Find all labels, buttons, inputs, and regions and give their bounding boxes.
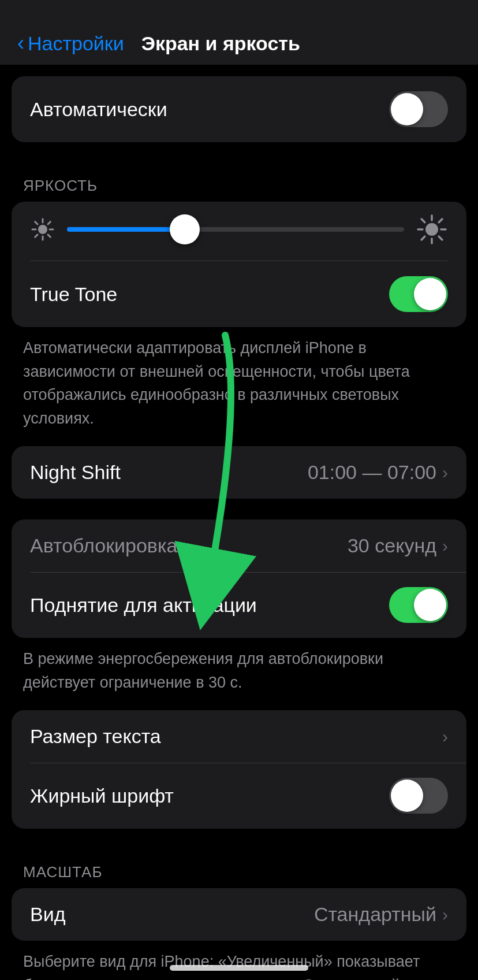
night-shift-row[interactable]: Night Shift 01:00 — 07:00 › [12, 446, 466, 499]
scale-section-label: МАСШТАБ [0, 849, 478, 888]
auto-lock-row[interactable]: Автоблокировка 30 секунд › [12, 519, 466, 572]
night-shift-value: 01:00 — 07:00 [308, 461, 436, 484]
auto-lock-value: 30 секунд [348, 534, 436, 557]
toggle-knob [414, 589, 446, 621]
auto-section-card: Автоматически [12, 76, 466, 142]
svg-point-9 [425, 223, 438, 236]
back-label: Настройки [28, 32, 124, 55]
chevron-right-icon: › [442, 463, 448, 482]
sun-small-icon [30, 217, 55, 242]
true-tone-footnote: Автоматически адаптировать дисплей iPhon… [0, 327, 478, 446]
chevron-right-icon: › [442, 905, 448, 925]
svg-line-8 [35, 235, 38, 237]
view-value: Стандартный [314, 903, 436, 926]
back-button[interactable]: ‹ Настройки [17, 31, 124, 55]
brightness-slider-row [12, 202, 466, 261]
home-indicator [170, 965, 308, 971]
slider-fill [67, 227, 185, 232]
view-value-group: Стандартный › [314, 903, 448, 926]
chevron-right-icon: › [442, 727, 448, 747]
svg-line-15 [439, 236, 442, 240]
toggle-knob [391, 779, 423, 812]
text-section-card: Размер текста › Жирный шрифт [12, 710, 466, 829]
brightness-section-label: ЯРКОСТЬ [0, 163, 478, 202]
toggle-knob [391, 93, 423, 125]
raise-to-wake-label: Поднятие для активации [30, 594, 257, 617]
night-shift-label: Night Shift [30, 461, 121, 484]
toggle-knob [414, 278, 446, 310]
raise-to-wake-row: Поднятие для активации [12, 572, 466, 638]
svg-line-16 [439, 219, 442, 222]
auto-lock-label: Автоблокировка [30, 534, 177, 557]
true-tone-row: True Tone [12, 261, 466, 327]
auto-toggle[interactable] [389, 91, 448, 127]
auto-label: Автоматически [30, 98, 167, 121]
lock-section-footnote: В режиме энергосбережения для автоблокир… [0, 638, 478, 710]
true-tone-label: True Tone [30, 283, 117, 306]
raise-to-wake-toggle[interactable] [389, 587, 448, 623]
view-row[interactable]: Вид Стандартный › [12, 888, 466, 941]
svg-line-7 [48, 222, 50, 224]
brightness-slider[interactable] [67, 227, 404, 232]
lock-section-card: Автоблокировка 30 секунд › Поднятие для … [12, 519, 466, 638]
text-size-label: Размер текста [30, 725, 161, 748]
bold-font-toggle[interactable] [389, 778, 448, 814]
svg-line-5 [35, 222, 38, 224]
true-tone-toggle[interactable] [389, 276, 448, 312]
view-label: Вид [30, 903, 66, 926]
scale-footnote: Выберите вид для iPhone: «Увеличенный» п… [0, 941, 478, 980]
text-size-row[interactable]: Размер текста › [12, 710, 466, 763]
auto-row: Автоматически [12, 76, 466, 142]
svg-point-0 [38, 225, 47, 234]
chevron-right-icon: › [442, 536, 448, 556]
scale-card: Вид Стандартный › [12, 888, 466, 941]
header: ‹ Настройки Экран и яркость [0, 0, 478, 65]
text-size-value-group: › [442, 727, 448, 747]
brightness-card: True Tone [12, 202, 466, 327]
sun-large-icon [416, 213, 448, 246]
svg-line-14 [421, 219, 425, 222]
night-shift-card: Night Shift 01:00 — 07:00 › [12, 446, 466, 499]
svg-line-17 [421, 236, 425, 240]
night-shift-value-group: 01:00 — 07:00 › [308, 461, 448, 484]
content: Автоматически ЯРКОСТЬ [0, 65, 478, 980]
bold-font-row: Жирный шрифт [12, 763, 466, 829]
auto-lock-value-group: 30 секунд › [348, 534, 448, 557]
svg-line-6 [48, 235, 50, 237]
page-title: Экран и яркость [141, 32, 300, 55]
back-chevron-icon: ‹ [17, 31, 24, 55]
bold-font-label: Жирный шрифт [30, 785, 174, 807]
slider-thumb[interactable] [170, 214, 200, 244]
